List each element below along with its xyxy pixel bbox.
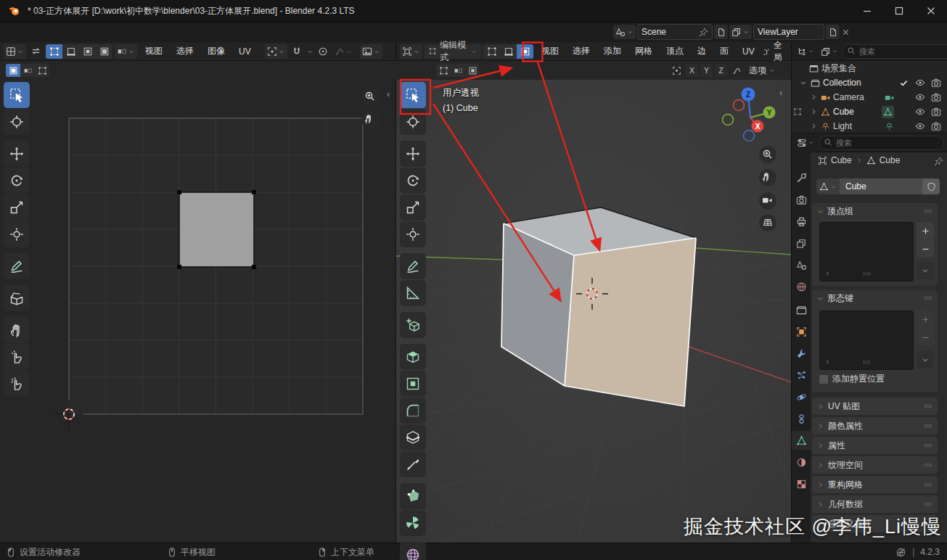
tab-collection[interactable] — [792, 300, 811, 319]
uv-tool-relax[interactable] — [4, 344, 30, 370]
mode-dropdown[interactable]: 编辑模式 — [425, 44, 481, 59]
vp-tool-add-cube[interactable] — [400, 312, 426, 338]
vp-tool-measure[interactable] — [400, 280, 426, 306]
uv-tool-tweak[interactable] — [4, 82, 30, 108]
uv-proportional-edit-toggle[interactable] — [316, 44, 330, 59]
uv-tool-pinch[interactable] — [4, 371, 30, 397]
vp-menu-view[interactable]: 视图 — [536, 44, 565, 59]
mirror-z-toggle[interactable]: Z — [715, 64, 727, 77]
vp-tool-knife[interactable] — [400, 451, 426, 477]
list-resize-grip-icon[interactable] — [862, 358, 872, 367]
mesh-select-mode-edge[interactable] — [500, 44, 517, 59]
disable-render-icon[interactable] — [931, 121, 941, 131]
uv-select-mode-face[interactable] — [79, 44, 96, 59]
shape-key-add-button[interactable] — [917, 310, 934, 328]
drag-grip-icon[interactable] — [923, 293, 933, 303]
panel-custom-properties[interactable]: 自定义属性 — [812, 515, 938, 532]
tab-render[interactable] — [792, 190, 811, 209]
tab-output[interactable] — [792, 212, 811, 231]
viewlayer-browse-button[interactable] — [729, 25, 752, 39]
vertex-group-specials-dropdown[interactable] — [917, 262, 934, 279]
tab-particles[interactable] — [792, 366, 811, 384]
outliner-display-mode-dropdown[interactable] — [795, 44, 816, 59]
uv-tool-transform[interactable] — [4, 221, 30, 247]
breadcrumb-object[interactable]: Cube — [831, 155, 852, 165]
fake-user-shield-button[interactable] — [922, 178, 940, 194]
options-dropdown[interactable]: 选项 — [746, 65, 779, 77]
panel-uv-maps[interactable]: UV 贴图 — [812, 398, 938, 415]
hide-eye-icon[interactable] — [915, 92, 925, 102]
uv-tool-rip-region[interactable] — [4, 285, 30, 311]
uv-snap-dropdown[interactable] — [306, 44, 313, 59]
vp-menu-edge[interactable]: 边 — [692, 44, 712, 59]
uv-toggle-stretch-overlay-icon[interactable] — [20, 64, 35, 77]
transform-orientation-dropdown[interactable]: 全局 — [763, 39, 787, 64]
vp-tool-transform[interactable] — [400, 221, 426, 247]
chevron-right-icon[interactable] — [809, 107, 818, 116]
tab-tool[interactable] — [792, 168, 811, 187]
scene-new-button[interactable] — [714, 25, 728, 39]
chevron-down-icon[interactable] — [799, 78, 808, 87]
uv-tool-cursor[interactable] — [4, 109, 30, 135]
outliner-row-cube[interactable]: Cube — [792, 104, 947, 119]
viewport-editor-type-button[interactable] — [400, 44, 422, 59]
shape-keys-panel-header[interactable]: 形态键 — [812, 290, 938, 306]
mirror-y-toggle[interactable]: Y — [700, 64, 713, 77]
vertex-group-remove-button[interactable] — [917, 240, 934, 258]
breadcrumb-data[interactable]: Cube — [880, 155, 901, 165]
uv-menu-view[interactable]: 视图 — [139, 44, 168, 59]
uv-tool-annotate[interactable] — [4, 253, 30, 279]
vp-menu-mesh[interactable]: 网格 — [629, 44, 658, 59]
tab-world[interactable] — [792, 277, 811, 296]
vertex-group-add-button[interactable] — [917, 222, 934, 239]
uv-sync-selection-toggle[interactable] — [28, 44, 44, 59]
maximize-button[interactable] — [883, 0, 915, 22]
viewlayer-new-button[interactable] — [826, 25, 840, 39]
mesh-name-field[interactable]: Cube — [840, 178, 922, 194]
minimize-button[interactable] — [851, 0, 883, 22]
mesh-select-mode-vertex[interactable] — [483, 44, 500, 59]
uv-menu-uv[interactable]: UV — [233, 45, 257, 58]
disable-render-icon[interactable] — [931, 92, 941, 102]
vp-tool-inset-faces[interactable] — [400, 371, 426, 397]
vp-tool-move[interactable] — [400, 141, 426, 167]
scene-name-field[interactable]: Scene — [637, 24, 713, 40]
uv-tool-scale[interactable] — [4, 194, 30, 221]
panel-color-attributes[interactable]: 颜色属性 — [812, 417, 938, 435]
panel-attributes[interactable]: 属性 — [812, 437, 938, 454]
tab-object-data[interactable] — [792, 431, 811, 450]
list-resize-grip-icon[interactable] — [862, 269, 872, 279]
vp-mirror-icon[interactable] — [669, 64, 684, 77]
disable-render-icon[interactable] — [931, 78, 941, 88]
chevron-right-icon[interactable] — [809, 122, 818, 131]
outliner-row-scene-collection[interactable]: 场景集合 — [792, 61, 947, 75]
outliner-row-light[interactable]: Light — [792, 119, 947, 133]
tab-texture[interactable] — [792, 474, 811, 493]
pin-icon[interactable] — [699, 28, 708, 37]
mesh-select-mode-face[interactable] — [517, 44, 533, 59]
vp-tool-loop-cut[interactable] — [400, 424, 426, 450]
uv-toggle-uv-overlay-icon[interactable] — [35, 64, 49, 77]
tab-scene[interactable] — [792, 255, 811, 274]
disable-render-icon[interactable] — [931, 107, 941, 117]
collection-checkbox[interactable] — [899, 78, 909, 88]
vp-toggle-overlays-icon[interactable] — [451, 64, 465, 77]
hide-eye-icon[interactable] — [915, 78, 925, 88]
hide-eye-icon[interactable] — [915, 121, 925, 131]
vp-menu-uv[interactable]: UV — [737, 45, 761, 58]
vp-tool-rotate[interactable] — [400, 168, 426, 194]
viewport-canvas[interactable]: Z Y X ‹ 用户透视 (1) Cube — [395, 80, 792, 543]
uv-snap-toggle[interactable] — [290, 44, 304, 59]
uv-tool-grab[interactable] — [4, 317, 30, 343]
vertex-groups-list[interactable] — [819, 222, 914, 281]
vp-menu-vertex[interactable]: 顶点 — [660, 44, 689, 59]
hide-eye-icon[interactable] — [915, 107, 925, 117]
pin-icon[interactable] — [934, 157, 943, 166]
vp-falloff-icon[interactable] — [729, 64, 744, 77]
vertex-groups-panel-header[interactable]: 顶点组 — [812, 203, 938, 219]
uv-menu-select[interactable]: 选择 — [171, 44, 200, 59]
tab-physics[interactable] — [792, 387, 811, 406]
uv-menu-image[interactable]: 图像 — [202, 44, 231, 59]
chevron-right-icon[interactable] — [809, 93, 818, 102]
vp-tool-spin[interactable] — [400, 510, 426, 536]
